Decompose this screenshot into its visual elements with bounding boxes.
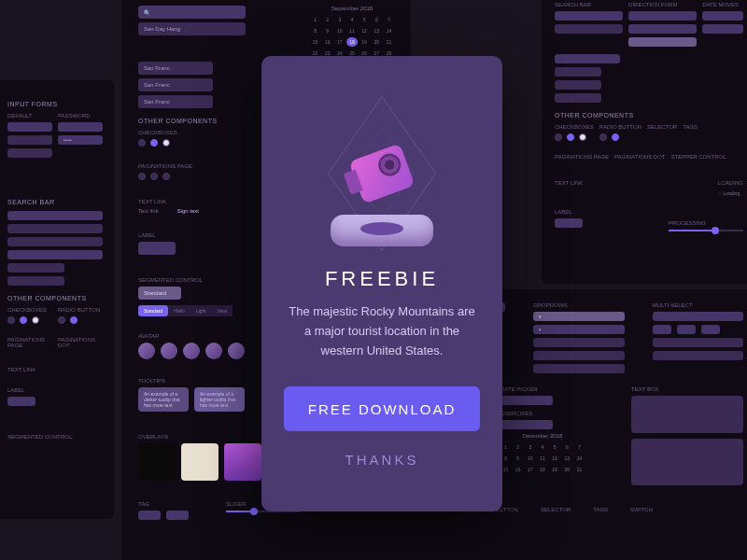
avatar: [138, 343, 155, 359]
thanks-link[interactable]: THANKS: [345, 452, 419, 468]
avatar: [183, 343, 200, 359]
modal-description: The majestic Rocky Mountains are a major…: [284, 302, 480, 360]
free-download-button[interactable]: FREE DOWNLOAD: [284, 386, 480, 431]
progress: [669, 230, 743, 231]
avatar: [161, 343, 177, 359]
modal-title: FREEBIE: [325, 267, 439, 291]
section-title: INPUT FORMS: [7, 101, 103, 107]
bg-panel-tr: SEARCH BAR DIRECTION FORM DATE MOVES OTH…: [542, 0, 747, 284]
bg-panel-left: INPUT FORMS DEFAULT PASSWORD ••••• SEARC…: [0, 80, 114, 519]
freebie-modal: FREEBIE The majestic Rocky Mountains are…: [261, 56, 502, 511]
avatar: [205, 343, 222, 359]
calendar: September 2018 1234567 891011121314 1516…: [310, 6, 394, 58]
avatar: [228, 343, 245, 359]
hologram-illustration: [307, 84, 457, 252]
